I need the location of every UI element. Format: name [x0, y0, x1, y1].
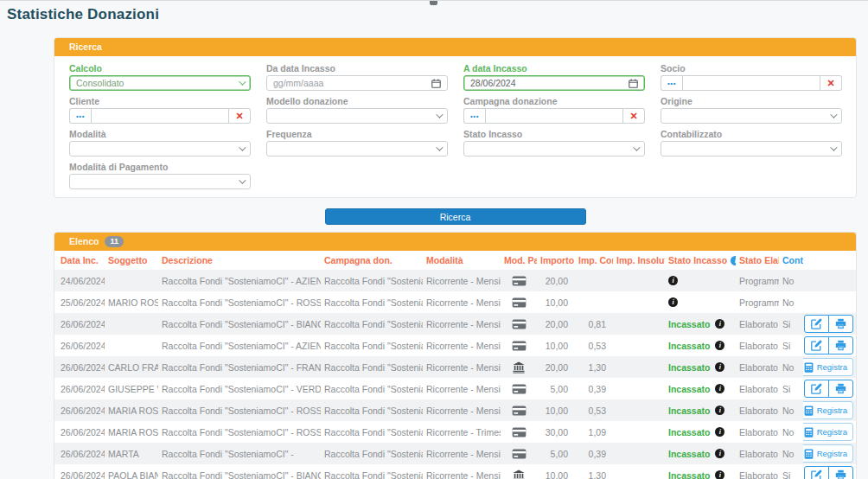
table-row: 26/06/2024 MARIA ROSSI Raccolta Fondi "S… — [54, 399, 856, 421]
cell-modalita: Ricorrente - Mensile — [423, 449, 501, 459]
cell-stato-elab: Elaborato — [736, 319, 779, 329]
cell-cont: No — [779, 297, 803, 308]
cell-cont: Si — [779, 384, 803, 394]
campagna-donazione-input[interactable] — [485, 108, 623, 124]
info-icon[interactable]: i — [715, 406, 724, 415]
edit-button[interactable] — [804, 466, 829, 479]
info-icon[interactable]: i — [668, 297, 678, 307]
info-icon[interactable]: i — [715, 427, 724, 437]
info-icon[interactable]: i — [715, 319, 724, 329]
cell-stato-elab: Elaborato — [736, 427, 779, 437]
row-count-badge: 11 — [105, 236, 124, 247]
field-campagna-donazione: Campagna donazione ••• ✕ — [463, 94, 645, 124]
cell-modalita: Ricorrente - Mensile — [423, 341, 501, 351]
edit-button[interactable] — [804, 315, 829, 333]
cell-stato-elab: Elaborato — [736, 470, 779, 479]
cell-modalita: Ricorrente - Mensile — [423, 406, 501, 416]
cliente-lookup-dots-button[interactable]: ••• — [69, 108, 91, 124]
calcolo-value: Consolidato — [76, 78, 239, 88]
cell-soggetto: MARIA ROSSI — [105, 427, 158, 437]
col-header-cont: Cont. — [779, 255, 803, 265]
campagna-lookup-dots-button[interactable]: ••• — [463, 108, 485, 124]
da-data-incasso-label: Da data Incasso — [266, 63, 448, 73]
cell-data-inc: 26/06/2024 — [54, 427, 105, 437]
registra-button[interactable]: Registra — [803, 401, 853, 419]
cell-stato-incasso: Incassato i — [665, 470, 736, 479]
cell-descrizione: Raccolta Fondi "SosteniamoCI" - BIANCHI … — [158, 470, 321, 479]
cell-cont: No — [779, 276, 803, 286]
info-icon[interactable]: i — [715, 470, 724, 479]
table-row: 26/06/2024 MARTA Raccolta Fondi "Sosteni… — [54, 443, 856, 464]
da-data-incasso-input[interactable] — [273, 78, 431, 88]
cell-soggetto: GIUSEPPE VERDI — [105, 384, 158, 394]
cell-descrizione: Raccolta Fondi "SosteniamoCI" - ROSSI MA… — [158, 297, 321, 308]
contabilizzato-select[interactable] — [661, 141, 842, 156]
a-data-incasso-input[interactable] — [470, 78, 629, 88]
print-button[interactable] — [828, 336, 853, 354]
info-icon[interactable]: i — [715, 362, 724, 372]
socio-lookup-dots-button[interactable]: ••• — [661, 75, 682, 91]
calculator-icon — [804, 406, 814, 416]
registra-button[interactable]: Registra — [803, 358, 853, 376]
info-icon[interactable]: i — [668, 276, 678, 285]
calculator-icon — [804, 427, 814, 437]
search-button[interactable]: Ricerca — [325, 208, 586, 225]
col-header-data-inc: Data Inc. — [54, 255, 105, 265]
stato-incasso-select[interactable] — [463, 141, 645, 156]
calendar-icon[interactable] — [629, 79, 638, 88]
credit-card-icon — [512, 297, 527, 308]
modello-donazione-label: Modello donazione — [266, 96, 448, 106]
cell-imp-comm: 0,81 — [575, 319, 613, 329]
cell-soggetto: MARIA ROSSI — [105, 406, 158, 416]
col-header-modalita: Modalità — [423, 255, 501, 265]
table-row: 26/06/2024 CARLO FRANCHI Raccolta Fondi … — [54, 356, 856, 378]
table-row: 26/06/2024 Raccolta Fondi "SosteniamoCI"… — [54, 335, 856, 356]
cell-modalita: Ricorrente - Mensile — [423, 470, 501, 479]
cell-campagna: Raccolta Fondi "SosteniamoCI" — [321, 319, 423, 329]
cell-campagna: Raccolta Fondi "SosteniamoCI" — [321, 384, 423, 394]
cell-imp-comm: 0,53 — [575, 406, 613, 416]
cell-modalita: Ricorrente - Mensile — [423, 319, 501, 329]
calendar-icon[interactable] — [431, 79, 441, 88]
cell-descrizione: Raccolta Fondi "SosteniamoCI" - AZIENDA … — [158, 276, 321, 286]
cell-imp-comm: 0,39 — [575, 384, 613, 394]
registra-button[interactable]: Registra — [803, 444, 853, 463]
edit-button[interactable] — [804, 336, 829, 354]
cell-cont: Si — [779, 470, 803, 479]
cliente-clear-x-button[interactable]: ✕ — [229, 108, 251, 124]
cell-data-inc: 25/06/2024 — [54, 297, 105, 308]
modalita-pagamento-select[interactable] — [69, 174, 251, 189]
socio-clear-x-button[interactable]: ✕ — [820, 75, 842, 91]
cliente-input[interactable] — [91, 108, 229, 124]
registra-button[interactable]: Registra — [803, 423, 853, 441]
print-button[interactable] — [828, 380, 853, 398]
print-button[interactable] — [828, 466, 853, 479]
registra-button-label: Registra — [817, 427, 847, 437]
cell-soggetto: MARIO ROSSI — [105, 297, 158, 308]
campagna-clear-x-button[interactable]: ✕ — [623, 108, 645, 124]
print-button[interactable] — [828, 315, 853, 333]
cell-stato-incasso: Incassato i — [665, 427, 736, 437]
socio-label: Socio — [661, 63, 842, 73]
modalita-label: Modalità — [69, 129, 251, 139]
frequenza-select[interactable] — [266, 141, 448, 156]
info-icon[interactable]: i — [715, 341, 724, 350]
info-icon[interactable]: i — [715, 384, 724, 393]
chevron-down-icon — [830, 111, 837, 118]
calcolo-select[interactable]: Consolidato — [69, 75, 251, 91]
cell-stato-incasso: Incassato i — [665, 341, 736, 351]
incassato-status: Incassato — [668, 341, 710, 351]
modalita-select[interactable] — [69, 141, 251, 156]
cell-mod-pag — [501, 361, 537, 374]
edit-button[interactable] — [804, 380, 829, 398]
origine-select[interactable] — [661, 108, 842, 124]
socio-input[interactable] — [682, 75, 820, 91]
incassato-status: Incassato — [668, 319, 710, 329]
cell-importo: 5,00 — [537, 384, 575, 394]
credit-card-icon — [512, 319, 527, 329]
info-icon[interactable]: i — [715, 449, 724, 458]
cell-modalita: Ricorrente - Mensile — [423, 276, 501, 286]
registra-button-label: Registra — [817, 362, 847, 372]
modello-donazione-select[interactable] — [266, 108, 448, 124]
search-panel: Ricerca Calcolo Consolidato Da data Inca… — [54, 37, 857, 198]
